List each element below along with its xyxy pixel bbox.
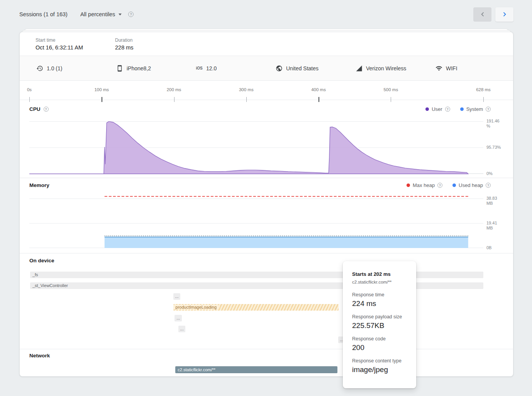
- trace-bar-label: ...: [180, 326, 184, 331]
- session-meta-row: Start time Oct 16, 6:32:11 AM Duration 2…: [20, 32, 513, 56]
- chevron-down-icon: [119, 14, 122, 15]
- sessions-count-label: Sessions (1 of 163): [19, 11, 68, 17]
- network-request-bar[interactable]: c2.staticflickr.com/**: [175, 366, 337, 373]
- duration-block: Duration 228 ms: [115, 37, 134, 51]
- cpu-legend: User System: [425, 106, 491, 112]
- max-heap-legend-label: Max heap: [413, 182, 435, 188]
- device-model-value: iPhone8,2: [127, 65, 151, 71]
- session-nav: [473, 7, 513, 22]
- duration-value: 228 ms: [115, 44, 134, 51]
- on-device-title-text: On device: [29, 258, 54, 263]
- memory-axis-label: 38.83 MB: [486, 196, 504, 206]
- chevron-right-icon: [500, 10, 509, 19]
- response-content-type-label: Response content type: [352, 358, 411, 364]
- user-legend-label: User: [432, 106, 442, 112]
- app-version-value: 1.0 (1): [47, 65, 62, 71]
- timeline-tick-mark: [29, 97, 30, 102]
- response-time-value: 224 ms: [352, 299, 411, 308]
- system-help-icon[interactable]: [486, 107, 491, 112]
- memory-section: Memory Max heap Used heap 38.83 MB19.41 …: [20, 178, 513, 253]
- memory-legend: Max heap Used heap: [407, 182, 491, 188]
- timeline-tick-mark: [102, 97, 102, 102]
- system-legend-label: System: [466, 106, 483, 112]
- cpu-axis-label: 0%: [486, 171, 504, 176]
- cpu-axis-label: 95.73%: [486, 145, 504, 150]
- start-time-block: Start time Oct 16, 6:32:11 AM: [36, 37, 83, 51]
- cpu-section: CPU User System 191.46 %95.73%0%: [20, 100, 513, 178]
- legend-item-max-heap[interactable]: Max heap: [407, 182, 442, 188]
- start-time-value: Oct 16, 6:32:11 AM: [36, 44, 83, 51]
- memory-title-text: Memory: [29, 182, 49, 188]
- response-code-label: Response code: [352, 336, 411, 342]
- timeline-tick-label: 100 ms: [94, 87, 109, 92]
- max-heap-help-icon[interactable]: [437, 183, 442, 188]
- cellular-signal-icon: [356, 65, 363, 72]
- os-version-value: 12.0: [206, 65, 217, 71]
- response-content-type-value: image/jpeg: [352, 365, 411, 374]
- legend-item-system[interactable]: System: [460, 106, 491, 112]
- legend-item-used-heap[interactable]: Used heap: [452, 182, 491, 188]
- duration-label: Duration: [115, 37, 134, 43]
- trace-bar[interactable]: ...: [175, 315, 182, 321]
- chevron-left-icon: [478, 10, 487, 19]
- timeline-tick-mark: [319, 97, 319, 102]
- trace-bar-label: _st_ViewController: [30, 283, 68, 288]
- cpu-chart[interactable]: [29, 121, 483, 174]
- trace-bar-label: ...: [175, 294, 178, 299]
- history-icon: [36, 65, 43, 72]
- device-info-row: 1.0 (1) iPhone8,2 iOS 12.0 United States…: [20, 56, 513, 81]
- cpu-axis-label: 191.46 %: [486, 119, 504, 129]
- tooltip-field: Response content type image/jpeg: [352, 358, 411, 374]
- next-session-button[interactable]: [495, 7, 513, 22]
- os-version-item: iOS 12.0: [196, 65, 217, 71]
- timeline-tick-label: 400 ms: [311, 87, 326, 92]
- help-icon[interactable]: [128, 12, 134, 17]
- tooltip-url: c2.staticflickr.com/**: [352, 280, 411, 284]
- on-device-section: On device _fs_st_ViewController...produc…: [20, 253, 513, 349]
- smartphone-icon: [116, 65, 123, 72]
- trace-bar[interactable]: productImageLoading: [173, 304, 339, 311]
- network-type-item: WIFI: [435, 65, 457, 72]
- memory-axis-label: 19.41 MB: [486, 221, 504, 231]
- session-card: Start time Oct 16, 6:32:11 AM Duration 2…: [19, 32, 513, 377]
- response-code-value: 200: [352, 343, 411, 352]
- trace-bar[interactable]: ...: [173, 293, 181, 300]
- carrier-item: Verizon Wireless: [356, 65, 406, 72]
- app-version-item: 1.0 (1): [36, 65, 62, 72]
- country-value: United States: [286, 65, 319, 71]
- response-time-label: Response time: [352, 292, 411, 297]
- start-time-label: Start time: [36, 37, 83, 43]
- trace-bar[interactable]: ...: [178, 326, 186, 332]
- used-heap-legend-label: Used heap: [459, 182, 483, 188]
- network-request-label: c2.staticflickr.com/**: [175, 367, 215, 372]
- response-payload-value: 225.57KB: [352, 321, 411, 330]
- used-heap-legend-dot: [452, 184, 456, 187]
- timeline-tick-mark: [174, 97, 175, 102]
- on-device-section-title: On device: [29, 258, 54, 263]
- user-help-icon[interactable]: [445, 107, 450, 112]
- timeline-tick-mark: [391, 97, 391, 102]
- cpu-section-title: CPU: [29, 106, 49, 112]
- network-section-title: Network: [29, 353, 50, 359]
- memory-chart[interactable]: [29, 189, 483, 248]
- timeline-tick-label: 0s: [27, 87, 32, 92]
- timeline-ruler: 0s100 ms200 ms300 ms400 ms500 ms628 ms: [20, 81, 513, 100]
- tooltip-field: Response time 224 ms: [352, 292, 411, 308]
- toolbar: Sessions (1 of 163) All percentiles: [0, 0, 532, 29]
- legend-item-user[interactable]: User: [425, 106, 450, 112]
- timeline-tick-label: 628 ms: [476, 87, 491, 92]
- timeline-tick-label: 200 ms: [167, 87, 181, 92]
- wifi-icon: [435, 65, 442, 72]
- cpu-title-text: CPU: [29, 106, 41, 112]
- network-title-text: Network: [29, 353, 50, 359]
- tooltip-field: Response payload size 225.57KB: [352, 314, 411, 330]
- cpu-help-icon[interactable]: [44, 107, 49, 112]
- trace-bar-label: ...: [176, 316, 180, 320]
- used-heap-help-icon[interactable]: [486, 183, 491, 188]
- trace-bar-label: _fs: [30, 272, 38, 277]
- timeline-tick-mark: [246, 97, 247, 102]
- percentiles-dropdown[interactable]: All percentiles: [80, 11, 122, 17]
- tooltip-title: Starts at 202 ms: [352, 271, 411, 277]
- previous-session-button[interactable]: [473, 7, 491, 22]
- memory-section-title: Memory: [29, 182, 49, 188]
